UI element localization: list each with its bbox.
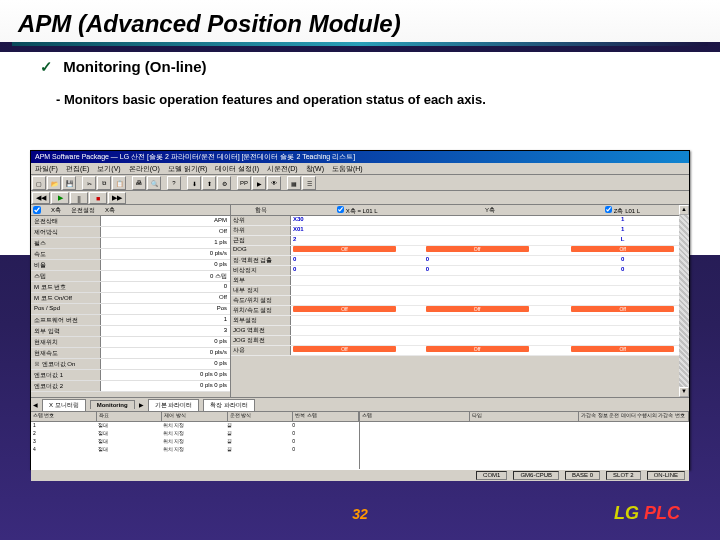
- off-pill: Off: [293, 346, 396, 352]
- monitor-cell-x: [291, 316, 424, 325]
- axis-checkbox[interactable]: [33, 206, 41, 214]
- monitor-cell-z: Off: [556, 246, 689, 255]
- off-pill: Off: [571, 246, 674, 252]
- monitor-cell-y: [424, 326, 557, 335]
- monitor-label: 사용: [231, 346, 291, 355]
- param-row: 소프트웨어 버전1: [31, 315, 230, 326]
- tb-download-icon[interactable]: ⬇: [187, 176, 201, 190]
- tb-new-icon[interactable]: ▢: [32, 176, 46, 190]
- param-row: 제어방식Off: [31, 227, 230, 238]
- title-rule: [12, 42, 708, 46]
- monitor-row: JOG 역회전: [231, 326, 689, 336]
- menu-view[interactable]: 보기(V): [97, 164, 120, 173]
- tb-copy-icon[interactable]: ⧉: [97, 176, 111, 190]
- pause-button[interactable]: ||: [70, 192, 88, 204]
- tb-print-icon[interactable]: 🖶: [132, 176, 146, 190]
- combo2-label[interactable]: X축: [105, 206, 115, 215]
- monitor-cell-z: L: [556, 236, 689, 245]
- menu-model[interactable]: 모델 읽기(R): [168, 164, 208, 173]
- monitor-cell-x: [291, 286, 424, 295]
- monitor-cell-y: 0: [424, 266, 557, 275]
- tab-ext-param[interactable]: 확장 파라미터: [203, 399, 255, 411]
- slide-title: APM (Advanced Position Module): [0, 0, 720, 42]
- param-row: 외부 입력3: [31, 326, 230, 337]
- menu-help[interactable]: 도움말(H): [332, 164, 363, 173]
- param-label: 외부 입력: [31, 326, 101, 336]
- x-check[interactable]: [337, 206, 344, 213]
- monitor-label: 속도/위치 설정: [231, 296, 291, 305]
- tb-pp-icon[interactable]: PP: [237, 176, 251, 190]
- param-row: 스텝0 스텝: [31, 271, 230, 282]
- bp-row[interactable]: 1절대위치 지정끝0: [31, 422, 359, 430]
- param-label: 소프트웨어 버전: [31, 315, 101, 325]
- tab-xmon[interactable]: X 모니터링: [42, 399, 86, 411]
- monitor-cell-x: Off: [291, 346, 424, 355]
- tb-monitor-icon[interactable]: 👁: [267, 176, 281, 190]
- tb-grid-icon[interactable]: ▦: [287, 176, 301, 190]
- tb-open-icon[interactable]: 📂: [47, 176, 61, 190]
- scroll-down-icon[interactable]: ▼: [679, 387, 689, 397]
- param-row: 비율0 pls: [31, 260, 230, 271]
- monitor-row: 사용OffOffOff: [231, 346, 689, 356]
- param-label: Pos / Spd: [31, 304, 101, 314]
- tb-run-icon[interactable]: ▶: [252, 176, 266, 190]
- off-pill: Off: [293, 306, 396, 312]
- play-button[interactable]: ▶: [51, 192, 69, 204]
- stop-button[interactable]: ■: [89, 192, 107, 204]
- rewind-button[interactable]: ◀◀: [32, 192, 50, 204]
- param-row: M 코드 번호0: [31, 282, 230, 293]
- param-label: 비율: [31, 260, 101, 270]
- z-check[interactable]: [605, 206, 612, 213]
- monitor-cell-y: [424, 236, 557, 245]
- monitor-cell-x: 2: [291, 236, 424, 245]
- monitor-cell-z: Off: [556, 346, 689, 355]
- monitor-cell-x: Off: [291, 246, 424, 255]
- bottom-tabs: ◀ X 모니터링 Monitoring ▶ 기본 파라미터 확장 파라미터: [31, 397, 689, 411]
- monitor-row: 하위X011: [231, 226, 689, 236]
- monitor-cell-y: Off: [424, 346, 557, 355]
- monitor-cell-y: [424, 276, 557, 285]
- monitor-header: 항목 X축 = L01 L Y축 Z축 L01 L: [231, 205, 689, 216]
- menu-online[interactable]: 온라인(O): [129, 164, 160, 173]
- tab-basic-param[interactable]: 기본 파라미터: [148, 399, 200, 411]
- tb-preview-icon[interactable]: 🔍: [147, 176, 161, 190]
- scroll-up-icon[interactable]: ▲: [679, 205, 689, 215]
- tab-monitoring[interactable]: Monitoring: [90, 400, 135, 409]
- combo-label[interactable]: 운전설정: [71, 206, 95, 215]
- brand-lg: LG: [614, 503, 639, 523]
- menu-data[interactable]: 데이터 설정(I): [215, 164, 259, 173]
- monitor-cell-x: X30: [291, 216, 424, 225]
- menu-file[interactable]: 파일(F): [35, 164, 58, 173]
- menu-test[interactable]: 시운전(D): [267, 164, 298, 173]
- tb-cut-icon[interactable]: ✂: [82, 176, 96, 190]
- monitor-grid: 상위X301하위X011근접2LDOGOffOffOff정·역회전 검출000비…: [231, 216, 689, 356]
- param-row: Pos / SpdPos: [31, 304, 230, 315]
- monitor-cell-z: [556, 336, 689, 345]
- tab-nav-prev-icon[interactable]: ◀: [33, 401, 38, 408]
- bp-row[interactable]: 3절대위치 지정끝0: [31, 438, 359, 446]
- check-icon: ✓: [40, 58, 53, 75]
- param-value: 0: [101, 282, 230, 292]
- tb-paste-icon[interactable]: 📋: [112, 176, 126, 190]
- ff-button[interactable]: ▶▶: [108, 192, 126, 204]
- tb-help-icon[interactable]: ?: [167, 176, 181, 190]
- menu-edit[interactable]: 편집(E): [66, 164, 89, 173]
- app-window: APM Software Package — LG 산전 [슬롯 2 파라미터/…: [30, 150, 690, 470]
- tb-upload-icon[interactable]: ⬆: [202, 176, 216, 190]
- tb-save-icon[interactable]: 💾: [62, 176, 76, 190]
- param-row: 운전상태APM: [31, 216, 230, 227]
- tb-config-icon[interactable]: ⚙: [217, 176, 231, 190]
- monitor-label: 비상정지: [231, 266, 291, 275]
- monitor-cell-z: 0: [556, 266, 689, 275]
- menu-window[interactable]: 창(W): [306, 164, 324, 173]
- bp-col-header: 가감속 정보 운전 데이터 수행시의 가감속 번호: [579, 412, 689, 421]
- monitor-cell-z: [556, 276, 689, 285]
- monitor-cell-y: [424, 226, 557, 235]
- bp-row[interactable]: 4절대위치 지정끝0: [31, 446, 359, 454]
- tab-nav-next-icon[interactable]: ▶: [139, 401, 144, 408]
- scrollbar-v[interactable]: ▲ ▼: [679, 205, 689, 397]
- window-titlebar: APM Software Package — LG 산전 [슬롯 2 파라미터/…: [31, 151, 689, 163]
- param-value: 0 pls 0 pls: [101, 370, 230, 380]
- tb-list-icon[interactable]: ☰: [302, 176, 316, 190]
- bp-row[interactable]: 2절대위치 지정끝0: [31, 430, 359, 438]
